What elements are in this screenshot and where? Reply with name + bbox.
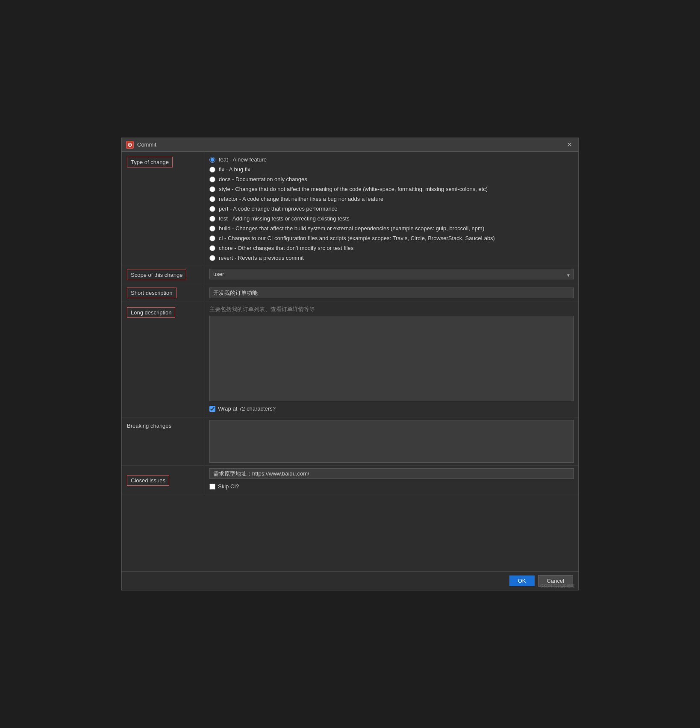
- breaking-changes-label-cell: Breaking changes: [122, 417, 205, 465]
- wrap-label[interactable]: Wrap at 72 characters?: [218, 405, 276, 412]
- short-description-label: Short description: [127, 288, 176, 298]
- radio-option-feat[interactable]: feat - A new feature: [209, 155, 574, 164]
- dialog-content: Type of change feat - A new featurefix -…: [122, 152, 578, 571]
- radio-label-docs: docs - Documentation only changes: [219, 176, 307, 182]
- wrap-checkbox[interactable]: [209, 406, 215, 412]
- closed-issues-label: Closed issues: [127, 475, 169, 486]
- radio-option-revert[interactable]: revert - Reverts a previous commit: [209, 253, 574, 262]
- radio-option-style[interactable]: style - Changes that do not affect the m…: [209, 185, 574, 194]
- scope-select-wrapper: useradmincoreauth: [209, 269, 574, 281]
- radio-option-chore[interactable]: chore - Other changes that don't modify …: [209, 244, 574, 252]
- breaking-changes-row: Breaking changes: [122, 417, 578, 466]
- radio-label-style: style - Changes that do not affect the m…: [219, 186, 488, 192]
- radio-input-build[interactable]: [209, 226, 215, 232]
- scope-select[interactable]: useradmincoreauth: [209, 269, 574, 279]
- long-description-hint: 主要包括我的订单列表、查看订单详情等等: [209, 305, 574, 314]
- type-of-change-label-cell: Type of change: [122, 152, 205, 266]
- radio-option-build[interactable]: build - Changes that affect the build sy…: [209, 224, 574, 233]
- long-description-textarea[interactable]: [209, 316, 574, 401]
- svg-point-2: [129, 144, 131, 145]
- long-description-row: Long description 主要包括我的订单列表、查看订单详情等等 Wra…: [122, 302, 578, 417]
- radio-label-refactor: refactor - A code change that neither fi…: [219, 196, 383, 202]
- radio-input-perf[interactable]: [209, 206, 215, 212]
- type-of-change-section: Type of change feat - A new featurefix -…: [122, 152, 578, 266]
- radio-input-style[interactable]: [209, 186, 215, 192]
- radio-label-perf: perf - A code change that improves perfo…: [219, 205, 338, 212]
- short-description-row: Short description: [122, 284, 578, 302]
- scope-content: useradmincoreauth: [205, 266, 578, 284]
- bottom-bar: OK Cancel: [122, 571, 578, 590]
- breaking-changes-label: Breaking changes: [127, 423, 171, 429]
- close-button[interactable]: ✕: [565, 140, 574, 150]
- long-description-content: 主要包括我的订单列表、查看订单详情等等 Wrap at 72 character…: [205, 302, 578, 417]
- closed-issues-row: Closed issues Skip CI?: [122, 466, 578, 495]
- title-bar: Commit ✕: [122, 138, 578, 152]
- type-of-change-content: feat - A new featurefix - A bug fixdocs …: [205, 152, 578, 266]
- radio-label-build: build - Changes that affect the build sy…: [219, 225, 484, 232]
- title-bar-left: Commit: [126, 141, 156, 149]
- skip-ci-checkbox[interactable]: [209, 484, 215, 490]
- radio-input-chore[interactable]: [209, 245, 215, 251]
- short-description-label-cell: Short description: [122, 284, 205, 302]
- radio-input-ci[interactable]: [209, 235, 215, 241]
- type-of-change-label: Type of change: [127, 157, 173, 167]
- radio-label-test: test - Adding missing tests or correctin…: [219, 215, 350, 222]
- breaking-changes-content: [205, 417, 578, 465]
- radio-label-fix: fix - A bug fix: [219, 166, 250, 173]
- radio-option-fix[interactable]: fix - A bug fix: [209, 165, 574, 174]
- skip-ci-row: Skip CI?: [209, 481, 574, 492]
- closed-issues-input[interactable]: [209, 468, 574, 479]
- commit-dialog: Commit ✕ Type of change feat - A new fea…: [121, 138, 579, 590]
- short-description-input[interactable]: [209, 288, 574, 298]
- radio-input-revert[interactable]: [209, 255, 215, 261]
- radio-option-ci[interactable]: ci - Changes to our CI configuration fil…: [209, 234, 574, 243]
- scope-row: Scope of this change useradmincoreauth: [122, 266, 578, 284]
- radio-label-ci: ci - Changes to our CI configuration fil…: [219, 235, 495, 241]
- scope-label: Scope of this change: [127, 270, 186, 280]
- radio-input-fix[interactable]: [209, 167, 215, 173]
- radio-label-feat: feat - A new feature: [219, 156, 267, 163]
- app-icon: [126, 141, 134, 149]
- dialog-title: Commit: [137, 141, 156, 148]
- radio-option-docs[interactable]: docs - Documentation only changes: [209, 175, 574, 184]
- short-description-content: [205, 284, 578, 302]
- watermark: CSDN @姑苏老陈: [540, 583, 575, 589]
- skip-ci-label[interactable]: Skip CI?: [218, 483, 239, 490]
- scope-label-cell: Scope of this change: [122, 266, 205, 284]
- wrap-checkbox-row: Wrap at 72 characters?: [209, 403, 574, 414]
- ok-button[interactable]: OK: [509, 575, 535, 586]
- radio-option-refactor[interactable]: refactor - A code change that neither fi…: [209, 194, 574, 203]
- radio-input-refactor[interactable]: [209, 196, 215, 202]
- long-description-label-cell: Long description: [122, 302, 205, 417]
- radio-input-docs[interactable]: [209, 176, 215, 182]
- radio-input-test[interactable]: [209, 216, 215, 222]
- breaking-changes-textarea[interactable]: [209, 420, 574, 463]
- radio-input-feat[interactable]: [209, 157, 215, 163]
- radio-label-chore: chore - Other changes that don't modify …: [219, 245, 353, 251]
- closed-issues-label-cell: Closed issues: [122, 466, 205, 495]
- closed-issues-content: Skip CI?: [205, 466, 578, 495]
- radio-option-perf[interactable]: perf - A code change that improves perfo…: [209, 204, 574, 213]
- long-description-label: Long description: [127, 307, 175, 318]
- radio-label-revert: revert - Reverts a previous commit: [219, 255, 304, 261]
- radio-option-test[interactable]: test - Adding missing tests or correctin…: [209, 214, 574, 223]
